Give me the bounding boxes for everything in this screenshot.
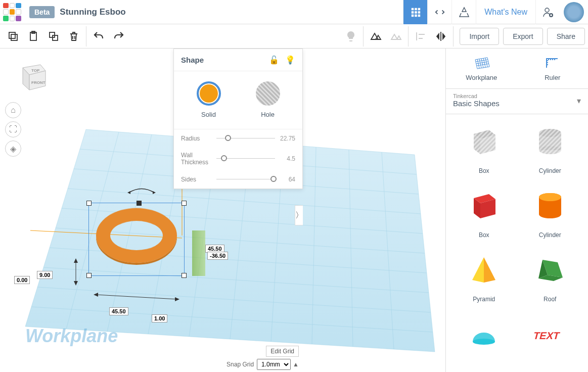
prop-slider[interactable] — [216, 174, 275, 184]
minecraft-button[interactable] — [451, 0, 476, 24]
svg-point-84 — [473, 339, 495, 345]
3d-canvas[interactable]: TOP FRONT ⌂ ⛶ ◈ — [0, 49, 445, 372]
svg-text:TOP: TOP — [31, 68, 40, 73]
group-button[interactable] — [366, 26, 386, 46]
height-arrow — [68, 257, 83, 287]
shape-text[interactable]: TEXT — [519, 314, 581, 365]
svg-line-60 — [485, 58, 487, 67]
tinkercad-logo[interactable] — [0, 0, 24, 24]
prop-value[interactable]: 64 — [275, 176, 295, 183]
workplane-watermark: Workplane — [25, 326, 118, 347]
svg-marker-48 — [153, 191, 156, 194]
svg-rect-1 — [415, 8, 417, 10]
svg-line-49 — [96, 295, 177, 299]
width-arrow — [91, 287, 182, 302]
height-gizmo[interactable] — [192, 230, 205, 276]
toolbar: Import Export Share — [0, 24, 588, 49]
view-cube[interactable]: TOP FRONT — [15, 59, 51, 94]
project-title[interactable]: Stunning Esboo — [60, 7, 125, 17]
workplane-tool[interactable]: Workplane — [446, 49, 517, 88]
blocks-view-button[interactable] — [403, 0, 427, 24]
ruler-tool[interactable]: Ruler — [517, 49, 589, 88]
svg-rect-0 — [411, 8, 414, 10]
fit-view-button[interactable]: ⛶ — [5, 121, 21, 137]
prop-label: Radius — [181, 135, 216, 142]
solid-option[interactable]: Solid — [179, 81, 238, 119]
duplicate-button[interactable] — [43, 26, 64, 46]
share-button[interactable]: Share — [547, 28, 585, 45]
svg-marker-53 — [74, 258, 78, 263]
property-row: Wall Thickness 4.5 — [174, 148, 302, 170]
svg-marker-51 — [175, 297, 179, 301]
svg-marker-79 — [472, 257, 484, 283]
dim-neg[interactable]: -36.50 — [207, 252, 228, 260]
invite-user-button[interactable] — [535, 0, 560, 24]
ortho-view-button[interactable]: ◈ — [5, 141, 21, 157]
selection-box — [88, 203, 185, 276]
export-button[interactable]: Export — [503, 28, 542, 45]
svg-marker-80 — [484, 257, 495, 283]
lightbulb-icon[interactable]: 💡 — [285, 55, 295, 65]
undo-button[interactable] — [88, 26, 109, 46]
svg-rect-16 — [53, 35, 58, 40]
prop-slider[interactable] — [216, 133, 275, 144]
visibility-button[interactable] — [341, 26, 361, 46]
chevron-down-icon: ▾ — [577, 96, 581, 106]
svg-rect-3 — [411, 11, 414, 14]
shape-box-striped[interactable]: Box — [453, 121, 515, 181]
shape-cyl-orange[interactable]: Cylinder — [519, 185, 581, 246]
svg-marker-50 — [94, 293, 98, 297]
svg-rect-15 — [50, 32, 55, 37]
shape-cyl-striped[interactable]: Cylinder — [519, 121, 581, 181]
import-button[interactable]: Import — [460, 28, 499, 45]
svg-marker-47 — [127, 191, 130, 194]
dim-zero[interactable]: 0.00 — [14, 276, 30, 284]
prop-value[interactable]: 22.75 — [275, 135, 295, 142]
shape-panel-title: Shape — [181, 56, 204, 64]
edit-grid-button[interactable]: Edit Grid — [266, 346, 299, 357]
redo-button[interactable] — [109, 26, 129, 46]
svg-rect-2 — [418, 8, 420, 10]
shape-category-dropdown[interactable]: Tinkercad Basic Shapes ▾ — [446, 89, 588, 114]
hole-option[interactable]: Hole — [238, 81, 297, 119]
copy-button[interactable] — [3, 26, 23, 46]
shape-half-dome[interactable] — [453, 314, 515, 365]
svg-point-73 — [539, 146, 561, 154]
svg-rect-7 — [415, 14, 417, 17]
dim-width[interactable]: 45.50 — [109, 307, 128, 315]
code-view-button[interactable] — [427, 0, 451, 24]
align-button[interactable] — [411, 26, 431, 46]
svg-point-78 — [539, 193, 561, 201]
shape-roof[interactable]: Roof — [519, 250, 581, 310]
svg-rect-4 — [415, 11, 417, 14]
shape-inspector-panel: Shape 🔓 💡 Solid Hole Radius 22.75Wall Th… — [173, 49, 303, 189]
prop-label: Wall Thickness — [181, 152, 216, 166]
snap-grid-select[interactable]: 1.0mm — [257, 359, 291, 370]
property-row: Sides 64 — [174, 170, 302, 189]
svg-text:TEXT: TEXT — [532, 330, 561, 341]
dim-one[interactable]: 1.00 — [152, 314, 167, 322]
shape-box-red[interactable]: Box — [453, 185, 515, 246]
rotate-gizmo[interactable] — [126, 185, 157, 195]
svg-line-57 — [479, 59, 481, 68]
mirror-button[interactable] — [431, 26, 451, 46]
shapes-sidebar: Workplane Ruler Tinkercad Basic Shapes ▾… — [445, 49, 588, 372]
paste-button[interactable] — [23, 26, 43, 46]
shape-pyramid[interactable]: Pyramid — [453, 250, 515, 310]
delete-button[interactable] — [64, 26, 84, 46]
prop-slider[interactable] — [216, 154, 275, 164]
svg-line-58 — [481, 59, 483, 68]
snap-grid-control: Snap Grid 1.0mm ▲ — [227, 359, 299, 370]
prop-value[interactable]: 4.5 — [275, 155, 295, 162]
svg-point-9 — [545, 8, 549, 12]
lock-icon[interactable]: 🔓 — [269, 55, 279, 65]
collapse-sidebar-tab[interactable]: 〉 — [295, 205, 303, 225]
home-view-button[interactable]: ⌂ — [5, 102, 21, 118]
dim-z[interactable]: 9.00 — [37, 271, 53, 279]
property-row: Radius 22.75 — [174, 129, 302, 148]
app-header: Beta Stunning Esboo What's New — [0, 0, 588, 24]
ungroup-button[interactable] — [386, 26, 406, 46]
whats-new-link[interactable]: What's New — [476, 0, 535, 24]
user-avatar[interactable] — [564, 2, 584, 22]
svg-rect-5 — [418, 11, 420, 14]
